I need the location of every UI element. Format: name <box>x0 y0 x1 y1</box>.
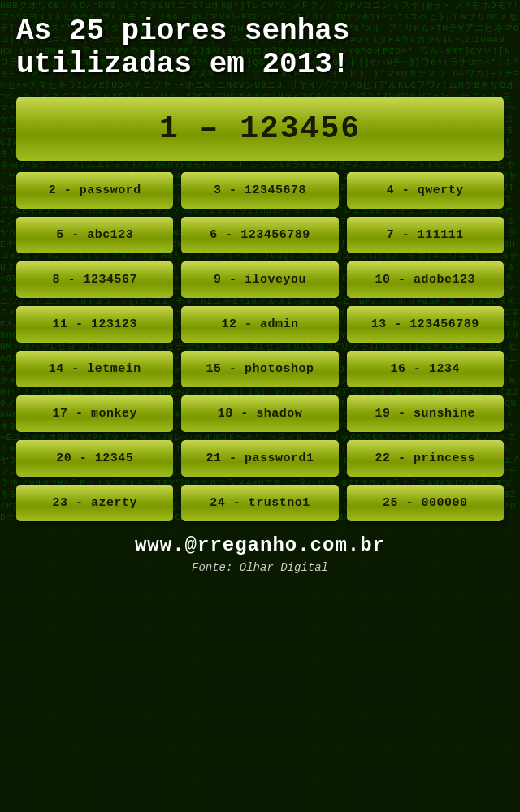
passwords-grid: 2 - password3 - 123456784 - qwerty5 - ab… <box>16 172 504 521</box>
grid-item-11: 11 - 123123 <box>16 306 173 343</box>
footer-website: www.@rreganho.com.br <box>16 534 504 556</box>
grid-item-25: 25 - 000000 <box>347 485 504 521</box>
grid-item-6: 6 - 123456789 <box>181 217 338 253</box>
grid-item-22: 22 - princess <box>347 440 504 477</box>
grid-item-3: 3 - 12345678 <box>181 172 338 209</box>
grid-item-19: 19 - sunshine <box>347 395 504 432</box>
grid-item-5: 5 - abc123 <box>16 217 173 253</box>
grid-item-21: 21 - password1 <box>181 440 338 477</box>
main-content: As 25 piores senhas utilizadas em 2013! … <box>0 0 520 585</box>
grid-item-23: 23 - azerty <box>16 485 173 521</box>
page-title: As 25 piores senhas utilizadas em 2013! <box>16 15 504 82</box>
grid-item-13: 13 - 123456789 <box>347 306 504 343</box>
grid-item-14: 14 - letmein <box>16 351 173 387</box>
grid-item-4: 4 - qwerty <box>347 172 504 209</box>
grid-item-17: 17 - monkey <box>16 395 173 432</box>
grid-item-10: 10 - adobe123 <box>347 261 504 298</box>
grid-item-15: 15 - photoshop <box>181 351 338 387</box>
rank-1-item: 1 – 123456 <box>16 97 504 161</box>
grid-item-18: 18 - shadow <box>181 395 338 432</box>
grid-item-2: 2 - password <box>16 172 173 209</box>
grid-item-8: 8 - 1234567 <box>16 261 173 298</box>
footer-source: Fonte: Olhar Digital <box>16 561 504 574</box>
grid-item-20: 20 - 12345 <box>16 440 173 477</box>
grid-item-24: 24 - trustno1 <box>181 485 338 521</box>
grid-item-16: 16 - 1234 <box>347 351 504 387</box>
grid-item-12: 12 - admin <box>181 306 338 343</box>
grid-item-9: 9 - iloveyou <box>181 261 338 298</box>
grid-item-7: 7 - 111111 <box>347 217 504 253</box>
